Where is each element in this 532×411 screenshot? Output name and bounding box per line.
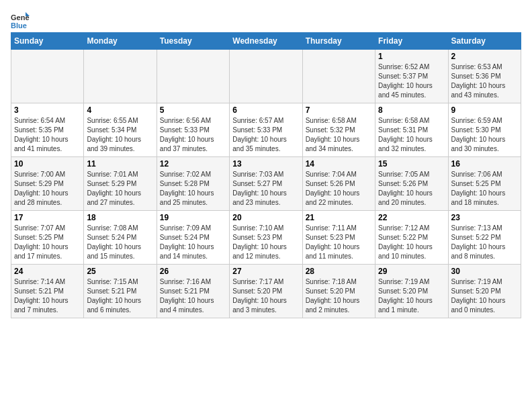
calendar-cell: 28Sunrise: 7:18 AM Sunset: 5:20 PM Dayli… [302,265,375,318]
day-number: 24 [14,267,81,276]
calendar-cell: 26Sunrise: 7:16 AM Sunset: 5:21 PM Dayli… [157,265,229,318]
calendar-cell: 13Sunrise: 7:03 AM Sunset: 5:27 PM Dayli… [230,157,302,211]
day-number: 20 [232,213,299,222]
day-number: 12 [160,159,226,169]
svg-text:Blue: Blue [11,21,27,30]
calendar-cell: 23Sunrise: 7:13 AM Sunset: 5:22 PM Dayli… [448,211,521,265]
day-number: 8 [378,105,445,115]
day-number: 5 [160,105,226,115]
day-number: 27 [232,267,299,276]
day-number: 19 [160,213,226,222]
day-info: Sunrise: 7:07 AM Sunset: 5:25 PM Dayligh… [14,224,81,261]
day-info: Sunrise: 7:19 AM Sunset: 5:20 PM Dayligh… [378,277,445,315]
day-info: Sunrise: 7:12 AM Sunset: 5:22 PM Dayligh… [378,224,445,261]
calendar-cell: 22Sunrise: 7:12 AM Sunset: 5:22 PM Dayli… [375,211,448,265]
day-number: 17 [14,213,81,222]
day-info: Sunrise: 6:58 AM Sunset: 5:31 PM Dayligh… [378,116,445,154]
day-number: 28 [306,267,372,276]
day-number: 18 [87,213,153,222]
day-number: 22 [378,213,445,222]
day-info: Sunrise: 6:55 AM Sunset: 5:34 PM Dayligh… [87,116,153,154]
calendar-cell: 25Sunrise: 7:15 AM Sunset: 5:21 PM Dayli… [84,265,157,318]
calendar-cell: 5Sunrise: 6:56 AM Sunset: 5:33 PM Daylig… [157,103,229,157]
calendar-week-row: 17Sunrise: 7:07 AM Sunset: 5:25 PM Dayli… [11,211,521,265]
day-number: 15 [378,159,445,169]
calendar-cell: 29Sunrise: 7:19 AM Sunset: 5:20 PM Dayli… [375,265,448,318]
calendar-cell: 11Sunrise: 7:01 AM Sunset: 5:29 PM Dayli… [84,157,157,211]
calendar-cell: 16Sunrise: 7:06 AM Sunset: 5:25 PM Dayli… [448,157,521,211]
calendar-table: SundayMondayTuesdayWednesdayThursdayFrid… [11,32,521,318]
calendar-cell: 30Sunrise: 7:19 AM Sunset: 5:20 PM Dayli… [448,265,521,318]
day-number: 23 [451,213,518,222]
day-number: 9 [451,105,518,115]
calendar-body: 1Sunrise: 6:52 AM Sunset: 5:37 PM Daylig… [11,50,521,318]
day-number: 6 [232,105,299,115]
calendar-cell: 21Sunrise: 7:11 AM Sunset: 5:23 PM Dayli… [302,211,375,265]
calendar-cell: 20Sunrise: 7:10 AM Sunset: 5:23 PM Dayli… [230,211,302,265]
calendar-header: SundayMondayTuesdayWednesdayThursdayFrid… [11,33,521,50]
weekday-header: Thursday [302,33,375,50]
calendar-cell: 12Sunrise: 7:02 AM Sunset: 5:28 PM Dayli… [157,157,229,211]
day-number: 7 [306,105,372,115]
calendar-cell [157,50,229,103]
logo-icon: General Blue [11,11,30,30]
day-info: Sunrise: 7:06 AM Sunset: 5:25 PM Dayligh… [451,170,518,208]
day-number: 26 [160,267,226,276]
day-info: Sunrise: 7:19 AM Sunset: 5:20 PM Dayligh… [451,277,518,315]
day-info: Sunrise: 7:16 AM Sunset: 5:21 PM Dayligh… [160,277,226,315]
day-info: Sunrise: 7:00 AM Sunset: 5:29 PM Dayligh… [14,170,81,208]
day-info: Sunrise: 7:03 AM Sunset: 5:27 PM Dayligh… [232,170,299,208]
day-number: 14 [306,159,372,169]
calendar-cell: 15Sunrise: 7:05 AM Sunset: 5:26 PM Dayli… [375,157,448,211]
calendar-cell: 1Sunrise: 6:52 AM Sunset: 5:37 PM Daylig… [375,50,448,103]
day-number: 2 [451,52,518,61]
day-number: 30 [451,267,518,276]
day-info: Sunrise: 6:59 AM Sunset: 5:30 PM Dayligh… [451,116,518,154]
calendar-cell [302,50,375,103]
day-info: Sunrise: 7:11 AM Sunset: 5:23 PM Dayligh… [306,224,372,261]
weekday-header: Sunday [11,33,84,50]
calendar-cell: 17Sunrise: 7:07 AM Sunset: 5:25 PM Dayli… [11,211,84,265]
calendar-cell: 7Sunrise: 6:58 AM Sunset: 5:32 PM Daylig… [302,103,375,157]
day-info: Sunrise: 7:08 AM Sunset: 5:24 PM Dayligh… [87,224,153,261]
weekday-row: SundayMondayTuesdayWednesdayThursdayFrid… [11,33,521,50]
page-header: General Blue [11,11,521,30]
calendar-cell: 27Sunrise: 7:17 AM Sunset: 5:20 PM Dayli… [230,265,302,318]
day-info: Sunrise: 7:01 AM Sunset: 5:29 PM Dayligh… [87,170,153,208]
calendar-week-row: 10Sunrise: 7:00 AM Sunset: 5:29 PM Dayli… [11,157,521,211]
day-info: Sunrise: 7:02 AM Sunset: 5:28 PM Dayligh… [160,170,226,208]
calendar-cell [230,50,302,103]
day-info: Sunrise: 6:56 AM Sunset: 5:33 PM Dayligh… [160,116,226,154]
day-number: 25 [87,267,153,276]
day-number: 21 [306,213,372,222]
calendar-cell: 10Sunrise: 7:00 AM Sunset: 5:29 PM Dayli… [11,157,84,211]
day-info: Sunrise: 6:53 AM Sunset: 5:36 PM Dayligh… [451,62,518,100]
day-info: Sunrise: 6:57 AM Sunset: 5:33 PM Dayligh… [232,116,299,154]
weekday-header: Saturday [448,33,521,50]
day-number: 16 [451,159,518,169]
calendar-week-row: 3Sunrise: 6:54 AM Sunset: 5:35 PM Daylig… [11,103,521,157]
weekday-header: Wednesday [230,33,302,50]
day-number: 11 [87,159,153,169]
day-info: Sunrise: 7:13 AM Sunset: 5:22 PM Dayligh… [451,224,518,261]
day-number: 4 [87,105,153,115]
day-number: 13 [232,159,299,169]
weekday-header: Monday [84,33,157,50]
calendar-cell: 19Sunrise: 7:09 AM Sunset: 5:24 PM Dayli… [157,211,229,265]
day-info: Sunrise: 6:58 AM Sunset: 5:32 PM Dayligh… [306,116,372,154]
calendar-cell: 18Sunrise: 7:08 AM Sunset: 5:24 PM Dayli… [84,211,157,265]
calendar-cell: 24Sunrise: 7:14 AM Sunset: 5:21 PM Dayli… [11,265,84,318]
day-number: 10 [14,159,81,169]
day-info: Sunrise: 7:18 AM Sunset: 5:20 PM Dayligh… [306,277,372,315]
weekday-header: Friday [375,33,448,50]
calendar-cell: 14Sunrise: 7:04 AM Sunset: 5:26 PM Dayli… [302,157,375,211]
calendar-week-row: 24Sunrise: 7:14 AM Sunset: 5:21 PM Dayli… [11,265,521,318]
calendar-cell: 3Sunrise: 6:54 AM Sunset: 5:35 PM Daylig… [11,103,84,157]
weekday-header: Tuesday [157,33,229,50]
day-number: 3 [14,105,81,115]
day-info: Sunrise: 7:09 AM Sunset: 5:24 PM Dayligh… [160,224,226,261]
logo: General Blue [11,11,31,30]
day-number: 1 [378,52,445,61]
calendar-cell: 9Sunrise: 6:59 AM Sunset: 5:30 PM Daylig… [448,103,521,157]
day-info: Sunrise: 7:15 AM Sunset: 5:21 PM Dayligh… [87,277,153,315]
